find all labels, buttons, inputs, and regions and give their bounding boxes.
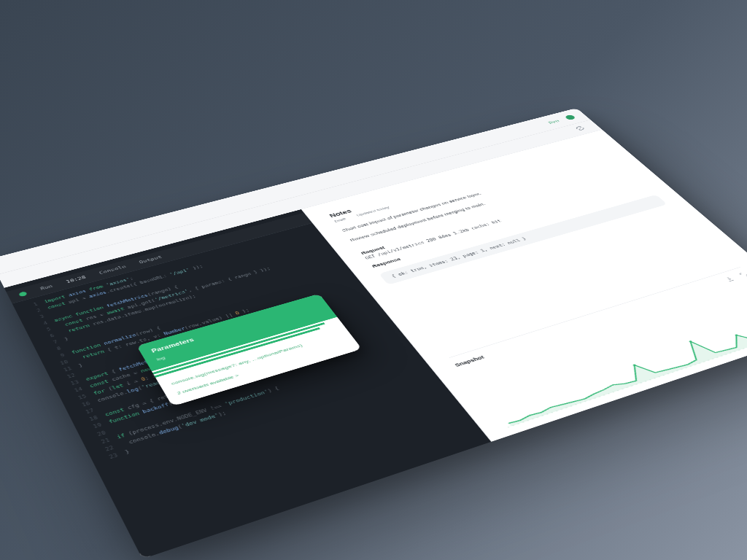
brand-dot-icon bbox=[18, 291, 28, 297]
svg-point-2 bbox=[689, 341, 692, 343]
panel-meta-left: Draft bbox=[333, 217, 347, 223]
autocomplete-title: Parameters bbox=[150, 300, 319, 356]
svg-point-3 bbox=[735, 334, 738, 336]
editor-tab-run[interactable]: Run bbox=[39, 283, 54, 292]
refresh-icon[interactable] bbox=[574, 125, 588, 133]
chart-header: Snapshot bbox=[449, 267, 747, 368]
autocomplete-subtitle: log bbox=[155, 308, 324, 362]
autocomplete-popup[interactable]: Parameters log console.log(message?: any… bbox=[136, 294, 362, 406]
app-window: live Run 10:28 Console Output import axi… bbox=[0, 108, 747, 559]
autocomplete-bar bbox=[152, 322, 325, 374]
autocomplete-hint: console.log(message?: any, ...optionalPa… bbox=[169, 331, 341, 387]
status-dot-icon bbox=[564, 114, 576, 120]
svg-point-1 bbox=[632, 364, 636, 366]
autocomplete-bar bbox=[151, 316, 338, 372]
download-icon[interactable] bbox=[723, 276, 736, 283]
status-label: live bbox=[547, 118, 561, 124]
svg-line-0 bbox=[508, 327, 747, 427]
chart-title: Snapshot bbox=[454, 354, 486, 368]
clock-label: 10:28 bbox=[65, 274, 88, 286]
autocomplete-bar bbox=[155, 327, 320, 378]
autocomplete-header: Parameters log bbox=[136, 294, 336, 370]
autocomplete-more[interactable]: 2 overloads available > bbox=[175, 340, 348, 397]
